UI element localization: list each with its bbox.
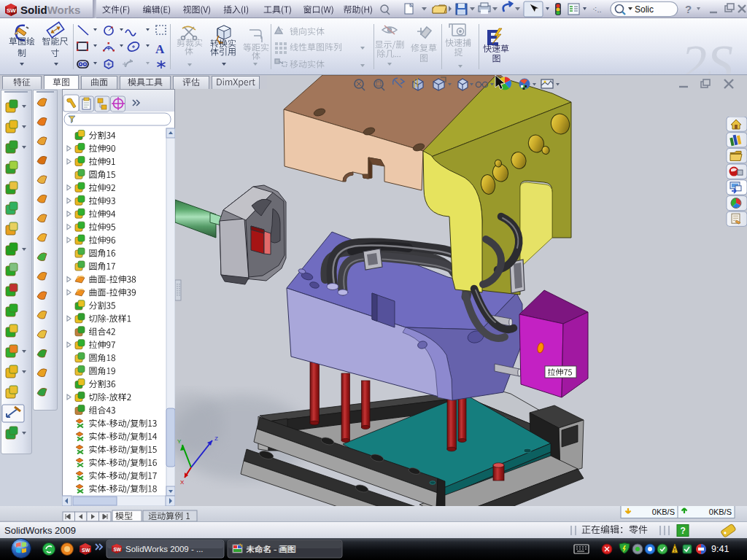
svg-text:SW: SW <box>114 547 122 552</box>
svg-text:未命名 - 画图: 未命名 - 画图 <box>247 545 296 553</box>
svg-text:⁖..: ⁖.. <box>592 5 602 14</box>
svg-text:SolidWorks: SolidWorks <box>20 4 80 16</box>
svg-text:?: ? <box>681 526 686 536</box>
svg-text:?: ? <box>685 3 692 15</box>
svg-text:Z: Z <box>214 435 218 442</box>
svg-text:SW: SW <box>82 548 90 553</box>
svg-text:0KB/S: 0KB/S <box>709 508 732 516</box>
svg-text:X: X <box>180 479 185 486</box>
svg-text:2S: 2S <box>681 34 733 74</box>
svg-text:Solic: Solic <box>635 4 654 15</box>
svg-text:Y: Y <box>177 438 182 445</box>
svg-text:SolidWorks 2009 - ...: SolidWorks 2009 - ... <box>125 545 204 553</box>
svg-text:!: ! <box>674 547 676 553</box>
svg-text:A: A <box>155 42 165 56</box>
svg-text:SW: SW <box>7 7 16 14</box>
svg-text:9:41: 9:41 <box>711 544 729 554</box>
svg-text:0KB/S: 0KB/S <box>652 508 675 516</box>
